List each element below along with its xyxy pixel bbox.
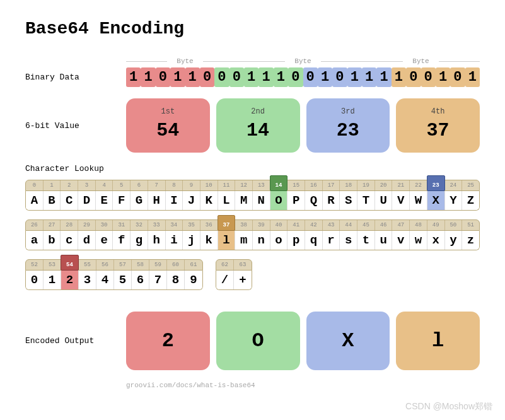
bit: 0 xyxy=(214,67,229,87)
sixbit-value: 14 xyxy=(216,120,300,141)
sixbit-ordinal: 4th xyxy=(396,107,480,116)
lookup-char: 5 xyxy=(114,271,132,289)
lookup-index: 25 xyxy=(462,180,479,190)
bit: 1 xyxy=(126,67,141,87)
lookup-char: 3 xyxy=(79,271,96,289)
lookup-char: X xyxy=(427,191,445,210)
lookup-index: 62 xyxy=(216,260,234,270)
lookup-index: 26 xyxy=(26,220,44,230)
lookup-table: 0123456789101112131415161718192021222324… xyxy=(25,180,480,211)
lookup-char: A xyxy=(26,191,44,210)
lookup-index: 10 xyxy=(200,180,218,190)
lookup-index: 41 xyxy=(287,220,305,230)
sixbit-ordinal: 2nd xyxy=(216,107,300,116)
lookup-char: z xyxy=(462,231,479,250)
lookup-index: 22 xyxy=(410,180,427,190)
sixbit-values: 1st542nd143rd234th37 xyxy=(126,98,480,153)
lookup-index: 3 xyxy=(78,180,96,190)
lookup-index: 45 xyxy=(357,220,375,230)
byte-headers: Byte Byte Byte xyxy=(126,57,480,65)
bit: 0 xyxy=(406,67,421,87)
lookup-char: s xyxy=(340,231,357,250)
lookup-char: O xyxy=(270,191,288,210)
lookup-char: c xyxy=(61,231,78,250)
sixbit-value: 23 xyxy=(306,120,390,141)
lookup-char: 1 xyxy=(44,271,61,289)
lookup-index: 31 xyxy=(113,220,131,230)
lookup-char: / xyxy=(216,271,234,289)
lookup-index: 59 xyxy=(149,260,167,270)
lookup-char: h xyxy=(148,231,166,250)
sixbit-value: 37 xyxy=(396,120,480,141)
lookup-index: 15 xyxy=(287,180,305,190)
byte-header: Byte xyxy=(244,57,362,65)
lookup-char: T xyxy=(357,191,375,210)
lookup-char: r xyxy=(323,231,340,250)
sixbit-box: 2nd14 xyxy=(216,98,300,153)
lookup-char: M xyxy=(235,191,253,210)
lookup-table: 525354555657585960610123456789 xyxy=(25,259,203,290)
lookup-char: R xyxy=(323,191,340,210)
page-title: Base64 Encoding xyxy=(25,19,480,38)
lookup-index: 13 xyxy=(253,180,270,190)
output-char: l xyxy=(396,312,480,370)
lookup-char: D xyxy=(78,191,96,210)
lookup-char: w xyxy=(410,231,427,250)
sixbit-box: 3rd23 xyxy=(306,98,390,153)
bit: 1 xyxy=(170,67,185,87)
lookup-char: 7 xyxy=(149,271,167,289)
bit: 1 xyxy=(376,67,391,87)
lookup-index: 32 xyxy=(131,220,148,230)
lookup-index: 12 xyxy=(235,180,253,190)
lookup-char: W xyxy=(410,191,427,210)
lookup-char: n xyxy=(253,231,270,250)
lookup-index: 0 xyxy=(26,180,44,190)
lookup-char: H xyxy=(148,191,166,210)
lookup-index: 28 xyxy=(61,220,78,230)
lookup-char: v xyxy=(392,231,410,250)
lookup-char: x xyxy=(427,231,445,250)
lookup-char: Y xyxy=(445,191,463,210)
byte-header: Byte xyxy=(126,57,244,65)
lookup-index: 53 xyxy=(44,260,61,270)
bit: 0 xyxy=(303,67,318,87)
bit: 0 xyxy=(200,67,214,87)
output-char: 2 xyxy=(126,312,210,370)
lookup-index: 35 xyxy=(183,220,200,230)
lookup-index: 46 xyxy=(375,220,393,230)
lookup-index: 63 xyxy=(234,260,252,270)
bit: 1 xyxy=(347,67,362,87)
lookup-char: E xyxy=(96,191,113,210)
lookup-index: 27 xyxy=(44,220,61,230)
bit: 1 xyxy=(274,67,288,87)
lookup-char: B xyxy=(44,191,61,210)
bit: 0 xyxy=(156,67,170,87)
lookup-index: 2 xyxy=(61,180,78,190)
bit: 0 xyxy=(450,67,465,87)
lookup-index: 54 xyxy=(61,260,79,270)
lookup-index: 36 xyxy=(200,220,218,230)
bit: 1 xyxy=(318,67,332,87)
lookup-index: 39 xyxy=(253,220,270,230)
footer-link: groovii.com/docs/what-is-base64 xyxy=(126,382,480,389)
lookup-index: 20 xyxy=(375,180,393,190)
lookup-char: 9 xyxy=(185,271,202,289)
bit: 0 xyxy=(229,67,244,87)
lookup-index: 33 xyxy=(148,220,166,230)
lookup-char: V xyxy=(392,191,410,210)
bit: 0 xyxy=(288,67,303,87)
lookup-char: Q xyxy=(305,191,323,210)
output-char: O xyxy=(216,312,300,370)
lookup-char: 4 xyxy=(96,271,114,289)
sixbit-value: 54 xyxy=(126,120,210,141)
lookup-index: 18 xyxy=(340,180,357,190)
bit: 1 xyxy=(141,67,155,87)
lookup-index: 30 xyxy=(96,220,113,230)
bit: 1 xyxy=(362,67,376,87)
lookup-char: k xyxy=(200,231,218,250)
lookup-index: 16 xyxy=(305,180,323,190)
encoded-output: 2OXl xyxy=(126,312,480,370)
lookup-char: S xyxy=(340,191,357,210)
lookup-index: 52 xyxy=(26,260,44,270)
lookup-index: 58 xyxy=(132,260,149,270)
